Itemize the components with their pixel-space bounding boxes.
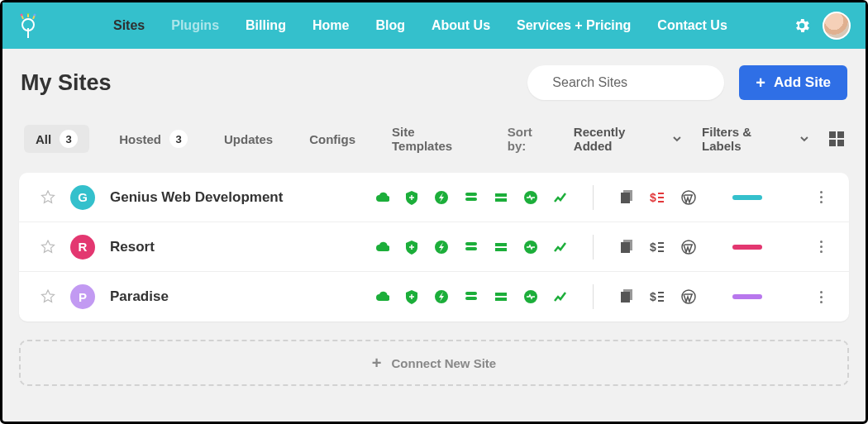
tab-all-label: All — [36, 132, 51, 146]
stack-icon[interactable] — [464, 190, 479, 205]
wordpress-icon[interactable] — [681, 190, 696, 205]
status-icons — [374, 289, 568, 304]
svg-rect-34 — [623, 289, 632, 300]
trend-icon[interactable] — [553, 289, 568, 304]
shield-icon[interactable] — [404, 289, 419, 304]
favorite-star-icon[interactable] — [41, 190, 55, 205]
label-pill[interactable] — [732, 245, 762, 250]
row-menu-icon[interactable] — [814, 240, 827, 255]
stack-icon[interactable] — [464, 289, 479, 304]
nav-item-blog[interactable]: Blog — [375, 18, 405, 33]
svg-rect-23 — [623, 240, 632, 250]
copy-icon[interactable] — [618, 289, 633, 304]
divider — [593, 185, 594, 210]
tab-updates[interactable]: Updates — [217, 127, 279, 151]
svg-text:$: $ — [650, 290, 656, 303]
chevron-down-icon — [672, 134, 682, 144]
svg-rect-31 — [495, 298, 507, 301]
bars-icon[interactable] — [494, 240, 508, 255]
svg-point-1 — [21, 14, 23, 17]
svg-rect-20 — [495, 248, 507, 251]
site-avatar[interactable]: R — [70, 235, 95, 260]
svg-rect-17 — [465, 247, 477, 250]
favorite-star-icon[interactable] — [41, 289, 55, 304]
cloud-icon[interactable] — [374, 289, 389, 304]
add-site-button[interactable]: + Add Site — [739, 65, 847, 100]
svg-point-3 — [34, 14, 36, 17]
user-avatar[interactable] — [823, 12, 851, 40]
sort-value: Recently Added — [574, 125, 665, 153]
sort-dropdown[interactable]: Recently Added — [574, 125, 682, 153]
bolt-icon[interactable] — [434, 190, 449, 205]
svg-point-2 — [27, 13, 30, 15]
svg-text:$: $ — [650, 241, 656, 254]
copy-icon[interactable] — [618, 190, 633, 205]
favorite-star-icon[interactable] — [41, 240, 55, 255]
trend-icon[interactable] — [553, 240, 568, 255]
stack-icon[interactable] — [464, 240, 479, 255]
bars-icon[interactable] — [494, 190, 508, 205]
svg-rect-28 — [465, 297, 477, 300]
svg-rect-27 — [465, 292, 477, 295]
nav-item-services-pricing[interactable]: Services + Pricing — [517, 18, 631, 33]
heart-icon[interactable] — [523, 240, 538, 255]
nav-item-billing[interactable]: Billing — [246, 18, 286, 33]
tabs-row: All 3 Hosted 3 Updates Configs Site Temp… — [19, 120, 849, 173]
shield-icon[interactable] — [404, 190, 419, 205]
tab-all-count: 3 — [60, 130, 78, 148]
filters-dropdown[interactable]: Filters & Labels — [702, 125, 809, 153]
site-name[interactable]: Resort — [110, 239, 374, 255]
shield-icon[interactable] — [404, 240, 419, 255]
site-avatar[interactable]: G — [70, 185, 95, 210]
search-box[interactable] — [527, 65, 724, 100]
heart-icon[interactable] — [523, 190, 538, 205]
cloud-icon[interactable] — [374, 240, 389, 255]
label-pill[interactable] — [732, 294, 762, 299]
sort-label: Sort by: — [508, 125, 554, 153]
bars-icon[interactable] — [494, 289, 508, 304]
pricing-icon[interactable]: $ — [650, 240, 665, 255]
wordpress-icon[interactable] — [681, 289, 696, 304]
pricing-icon[interactable]: $ — [650, 190, 665, 205]
site-row: R Resort $ — [19, 222, 849, 272]
connect-label: Connect New Site — [392, 356, 497, 370]
nav-item-contact-us[interactable]: Contact Us — [657, 18, 727, 33]
nav-item-plugins[interactable]: Plugins — [171, 18, 219, 33]
trend-icon[interactable] — [553, 190, 568, 205]
settings-icon[interactable] — [793, 17, 811, 35]
content: My Sites + Add Site All 3 Hosted 3 — [2, 49, 866, 422]
row-menu-icon[interactable] — [814, 289, 827, 304]
site-name[interactable]: Paradise — [110, 288, 374, 305]
pricing-icon[interactable]: $ — [650, 289, 665, 304]
tab-site-templates[interactable]: Site Templates — [385, 120, 484, 158]
site-name[interactable]: Genius Web Development — [110, 189, 374, 206]
main-nav: SitesPluginsBillingHomeBlogAbout UsServi… — [113, 18, 727, 33]
nav-item-about-us[interactable]: About Us — [432, 18, 490, 33]
copy-icon[interactable] — [618, 240, 633, 255]
nav-item-sites[interactable]: Sites — [113, 18, 145, 33]
site-avatar[interactable]: P — [70, 284, 95, 309]
view-grid-toggle[interactable] — [829, 131, 844, 146]
tab-all[interactable]: All 3 — [24, 125, 89, 153]
status-icons — [374, 190, 568, 205]
tab-hosted[interactable]: Hosted 3 — [112, 125, 194, 153]
app-frame: SitesPluginsBillingHomeBlogAbout UsServi… — [0, 0, 868, 424]
nav-item-home[interactable]: Home — [312, 18, 349, 33]
svg-rect-5 — [465, 193, 477, 196]
meta-icons: $ — [618, 240, 696, 255]
bolt-icon[interactable] — [434, 240, 449, 255]
tab-hosted-count: 3 — [169, 130, 188, 148]
tab-configs[interactable]: Configs — [303, 127, 362, 151]
page-header: My Sites + Add Site — [19, 49, 849, 120]
row-menu-icon[interactable] — [814, 190, 827, 205]
label-pill[interactable] — [732, 195, 762, 200]
add-site-label: Add Site — [774, 74, 831, 91]
filters-label: Filters & Labels — [702, 125, 793, 153]
brand-logo[interactable] — [17, 12, 39, 39]
search-input[interactable] — [552, 75, 718, 90]
connect-new-site[interactable]: + Connect New Site — [19, 340, 849, 386]
heart-icon[interactable] — [523, 289, 538, 304]
wordpress-icon[interactable] — [681, 240, 696, 255]
bolt-icon[interactable] — [434, 289, 449, 304]
cloud-icon[interactable] — [374, 190, 389, 205]
